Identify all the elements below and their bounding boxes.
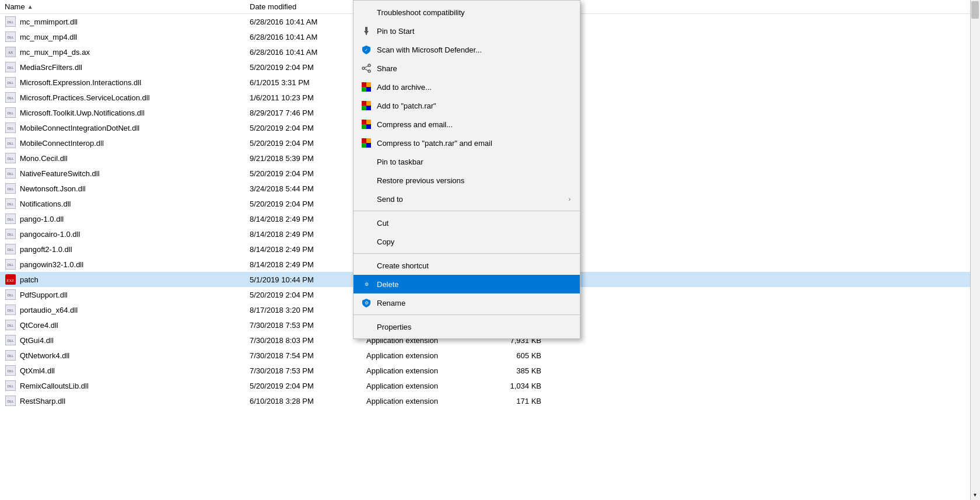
menu-label-properties: Properties	[377, 323, 570, 331]
file-date: 5/20/2019 2:04 PM	[250, 382, 366, 390]
list-item[interactable]: DLL RemixCalloutsLib.dll 5/20/2019 2:04 …	[0, 378, 980, 393]
menu-label-compress_email: Compress and email...	[377, 120, 570, 129]
file-icon-dll: DLL	[5, 243, 16, 255]
menu-item-send_to[interactable]: Send to ›	[354, 190, 580, 208]
svg-text:⚙: ⚙	[365, 282, 369, 287]
menu-separator	[354, 253, 580, 254]
svg-rect-67	[362, 106, 366, 110]
file-name: pangowin32-1.0.dll	[20, 260, 250, 269]
menu-separator	[354, 211, 580, 211]
menu-label-cut: Cut	[377, 219, 570, 228]
menu-item-scan_defender[interactable]: ✓ Scan with Microsoft Defender...	[354, 40, 580, 59]
svg-text:DLL: DLL	[8, 384, 14, 388]
menu-label-pin_taskbar: Pin to taskbar	[377, 158, 570, 166]
svg-text:DLL: DLL	[8, 157, 14, 160]
file-icon-ax: AX	[5, 46, 16, 58]
empty-icon	[360, 217, 372, 229]
file-date: 6/10/2018 3:28 PM	[250, 397, 366, 405]
empty-icon	[360, 193, 372, 205]
menu-item-compress_email[interactable]: Compress and email...	[354, 115, 580, 134]
file-date: 6/28/2016 10:41 AM	[250, 18, 366, 26]
svg-rect-61	[362, 82, 366, 87]
empty-icon	[360, 156, 372, 167]
file-date: 9/21/2018 5:39 PM	[250, 154, 366, 163]
menu-label-add_patch_rar: Add to "patch.rar"	[377, 102, 570, 110]
svg-text:DLL: DLL	[8, 309, 14, 312]
scrollbar[interactable]: ▲ ▼	[970, 0, 980, 500]
svg-text:DLL: DLL	[8, 400, 14, 403]
file-name: mc_mmimport.dll	[20, 18, 250, 26]
svg-point-57	[362, 67, 365, 69]
menu-item-properties[interactable]: Properties	[354, 317, 580, 336]
scrollbar-thumb[interactable]	[971, 1, 979, 19]
menu-item-copy[interactable]: Copy	[354, 232, 580, 251]
column-name[interactable]: Name ▲	[5, 2, 250, 11]
file-name: Notifications.dll	[20, 200, 250, 208]
menu-item-restore_versions[interactable]: Restore previous versions	[354, 171, 580, 190]
svg-text:DLL: DLL	[8, 66, 14, 69]
menu-item-pin_to_start[interactable]: Pin to Start	[354, 22, 580, 40]
menu-item-pin_taskbar[interactable]: Pin to taskbar	[354, 152, 580, 171]
file-name: RemixCalloutsLib.dll	[20, 382, 250, 390]
file-icon-dll: DLL	[5, 152, 16, 164]
svg-text:DLL: DLL	[8, 354, 14, 358]
file-name: portaudio_x64.dll	[20, 306, 250, 314]
svg-text:DLL: DLL	[8, 111, 14, 115]
file-icon-dll: DLL	[5, 258, 16, 270]
menu-item-troubleshoot[interactable]: Troubleshoot compatibility	[354, 3, 580, 22]
scrollbar-arrow-down[interactable]: ▼	[970, 490, 980, 500]
file-name: QtNetwork4.dll	[20, 351, 250, 360]
file-name: MobileConnectIntegrationDotNet.dll	[20, 124, 250, 132]
menu-item-add_patch_rar[interactable]: Add to "patch.rar"	[354, 96, 580, 115]
file-date: 3/24/2018 5:44 PM	[250, 184, 366, 193]
svg-text:DLL: DLL	[8, 339, 14, 342]
file-date: 8/14/2018 2:49 PM	[250, 215, 366, 223]
file-icon-dll: DLL	[5, 61, 16, 73]
svg-text:DLL: DLL	[8, 172, 14, 176]
shield-blue-icon: ⚙	[360, 278, 372, 290]
svg-text:DLL: DLL	[8, 142, 14, 145]
empty-icon	[360, 236, 372, 247]
context-menu: Troubleshoot compatibility Pin to Start …	[353, 0, 580, 339]
file-icon-dll: DLL	[5, 228, 16, 240]
list-item[interactable]: DLL QtXml4.dll 7/30/2018 7:53 PM Applica…	[0, 363, 980, 378]
shield-blue-icon: ⚙	[360, 297, 372, 309]
svg-text:DLL: DLL	[8, 202, 14, 206]
menu-item-add_archive[interactable]: Add to archive...	[354, 78, 580, 96]
menu-label-delete: Delete	[377, 280, 570, 289]
svg-rect-69	[362, 120, 366, 124]
list-item[interactable]: DLL QtNetwork4.dll 7/30/2018 7:54 PM App…	[0, 348, 980, 363]
file-icon-dll: DLL	[5, 380, 16, 391]
svg-text:DLL: DLL	[8, 263, 14, 267]
file-icon-dll: DLL	[5, 213, 16, 225]
menu-item-create_shortcut[interactable]: Create shortcut	[354, 256, 580, 275]
menu-item-compress_patch_email[interactable]: Compress to "patch.rar" and email	[354, 134, 580, 152]
defender-icon: ✓	[360, 44, 372, 55]
menu-item-rename[interactable]: ⚙ Rename	[354, 293, 580, 312]
svg-text:DLL: DLL	[8, 233, 14, 236]
svg-rect-62	[366, 82, 371, 87]
file-icon-dll: DLL	[5, 31, 16, 43]
menu-label-add_archive: Add to archive...	[377, 83, 570, 92]
file-date: 5/20/2019 2:04 PM	[250, 139, 366, 148]
svg-rect-63	[362, 87, 366, 92]
menu-item-delete[interactable]: ⚙ Delete	[354, 275, 580, 293]
file-name: pango-1.0.dll	[20, 215, 250, 223]
menu-item-share[interactable]: Share	[354, 59, 580, 78]
menu-label-restore_versions: Restore previous versions	[377, 176, 570, 185]
file-icon-dll: DLL	[5, 334, 16, 346]
menu-item-cut[interactable]: Cut	[354, 214, 580, 232]
list-item[interactable]: DLL RestSharp.dll 6/10/2018 3:28 PM Appl…	[0, 393, 980, 408]
column-date[interactable]: Date modified	[250, 2, 366, 11]
svg-text:EXE: EXE	[6, 278, 15, 283]
file-date: 8/17/2018 3:20 PM	[250, 306, 366, 314]
empty-icon	[360, 260, 372, 271]
winrar-icon	[360, 81, 372, 93]
file-date: 5/1/2019 10:44 PM	[250, 275, 366, 284]
file-icon-dll: DLL	[5, 92, 16, 103]
file-date: 7/30/2018 7:54 PM	[250, 351, 366, 360]
file-date: 8/29/2017 7:46 PM	[250, 109, 366, 117]
file-icon-dll: DLL	[5, 289, 16, 300]
menu-label-rename: Rename	[377, 299, 570, 307]
file-name: Microsoft.Practices.ServiceLocation.dll	[20, 93, 250, 102]
